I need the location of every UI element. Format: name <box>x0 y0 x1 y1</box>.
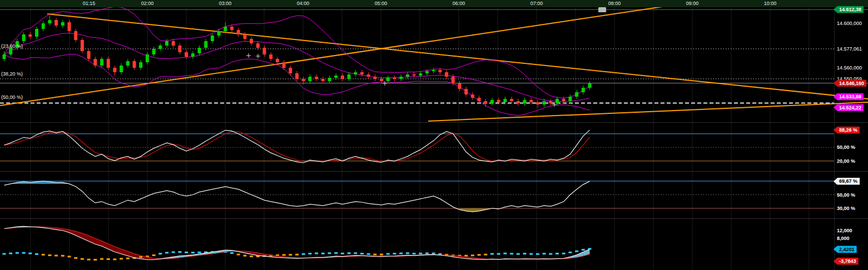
candle-body <box>289 68 292 73</box>
macd-histogram-mark <box>243 255 246 257</box>
candle-body <box>81 40 84 51</box>
macd-histogram-mark <box>425 253 429 254</box>
scale-label: 14.560,000 <box>837 65 862 71</box>
candle-body <box>152 49 156 54</box>
macd-histogram-mark <box>178 251 181 253</box>
macd-histogram-mark <box>28 253 32 254</box>
price-panel <box>0 9 868 103</box>
candle-body <box>458 83 462 89</box>
candle-body <box>315 77 318 79</box>
scale-label: 50,00 % <box>837 144 855 150</box>
candle-body <box>452 77 455 83</box>
trendline[interactable] <box>47 14 868 99</box>
price-tag[interactable]: 69,67 % <box>834 178 860 185</box>
macd-histogram-mark <box>35 253 38 255</box>
price-tag[interactable]: 14.524,22 <box>834 104 864 111</box>
candle-body <box>432 70 435 71</box>
macd-histogram-mark <box>517 253 520 255</box>
time-label: 06:00 <box>453 1 465 6</box>
fib-level-label: (38,20 %) <box>1 71 23 77</box>
candle-body <box>568 97 572 101</box>
macd-histogram-mark <box>419 253 422 254</box>
macd-histogram-mark <box>568 252 572 253</box>
time-label: 08:00 <box>608 1 621 6</box>
candle-body <box>588 83 592 88</box>
candle-body <box>224 27 227 31</box>
macd-histogram-mark <box>250 256 253 257</box>
macd-histogram-mark <box>230 252 234 254</box>
candle-body <box>523 100 527 103</box>
candle-body <box>133 61 136 68</box>
candle-body <box>484 101 487 103</box>
price-tag[interactable]: 14.546,160 <box>834 79 866 87</box>
macd-histogram-mark <box>413 253 416 254</box>
candle-body <box>419 73 422 76</box>
candle-body <box>354 72 357 74</box>
candle-body <box>386 78 390 81</box>
cross-marker-icon <box>256 54 260 58</box>
time-label: 10:00 <box>764 1 777 6</box>
macd-histogram-mark <box>536 253 539 255</box>
macd-histogram-mark <box>393 253 396 254</box>
candle-body <box>113 68 116 72</box>
candle-body <box>276 59 279 62</box>
macd-histogram-mark <box>172 251 175 253</box>
macd-histogram-mark <box>16 252 19 254</box>
macd-histogram-mark <box>3 253 6 255</box>
candle-body <box>68 22 71 31</box>
candle-body <box>256 43 260 48</box>
candle-body <box>510 99 513 101</box>
time-label: 01:15 <box>83 1 96 6</box>
candle-body <box>348 74 351 79</box>
candle-body <box>204 41 207 48</box>
price-tag[interactable]: -3,7843 <box>834 258 859 265</box>
scale-label: 20,00 % <box>837 158 855 164</box>
macd-histogram-mark <box>100 258 103 260</box>
price-tag[interactable]: 2,4201 <box>834 246 857 253</box>
price-tag[interactable]: 14.533,88 <box>834 93 864 101</box>
fib-level-label: (50,00 %) <box>1 94 23 100</box>
candle-body <box>471 94 474 98</box>
candle-body <box>536 102 539 104</box>
macd-histogram-mark <box>158 253 162 254</box>
candle-body <box>28 34 32 37</box>
macd-histogram-mark <box>139 256 142 258</box>
chart-canvas[interactable] <box>0 0 868 270</box>
candle-body <box>172 41 175 46</box>
trendline[interactable] <box>0 0 707 106</box>
cross-marker-icon <box>246 53 251 58</box>
scale-label: 14.577,061 <box>837 46 862 52</box>
candle-body <box>74 31 77 40</box>
macd-histogram-mark <box>328 252 331 254</box>
macd-histogram-mark <box>464 255 468 257</box>
macd-histogram-mark <box>198 252 201 253</box>
scale-label: 8,000 <box>837 236 850 241</box>
macd-histogram-mark <box>152 254 156 256</box>
macd-histogram-mark <box>582 249 585 251</box>
macd-histogram-mark <box>107 258 110 260</box>
time-label: 02:00 <box>141 1 154 6</box>
candle-body <box>334 76 338 78</box>
price-tag[interactable]: 88,26 % <box>834 127 860 134</box>
candle-body <box>250 39 253 43</box>
macd-histogram-mark <box>529 253 533 255</box>
candle-body <box>490 100 494 103</box>
price-tag[interactable]: 14.612,38 <box>834 6 864 13</box>
candle-body <box>562 99 566 101</box>
candle-body <box>230 27 234 30</box>
candle-body <box>48 20 51 23</box>
candle-body <box>107 59 110 68</box>
macd-histogram-mark <box>478 254 481 256</box>
cross-marker-icon <box>383 81 387 86</box>
macd-histogram-mark <box>360 253 364 254</box>
candle-body <box>217 31 221 36</box>
candle-body <box>425 71 429 73</box>
candle-body <box>120 66 123 72</box>
candle-body <box>3 54 6 59</box>
macd-histogram-mark <box>497 253 500 255</box>
macd-histogram-mark <box>48 254 51 256</box>
candle-body <box>282 62 286 68</box>
trendline[interactable] <box>428 102 868 121</box>
candle-body <box>139 62 142 68</box>
macd-histogram-mark <box>126 258 130 259</box>
